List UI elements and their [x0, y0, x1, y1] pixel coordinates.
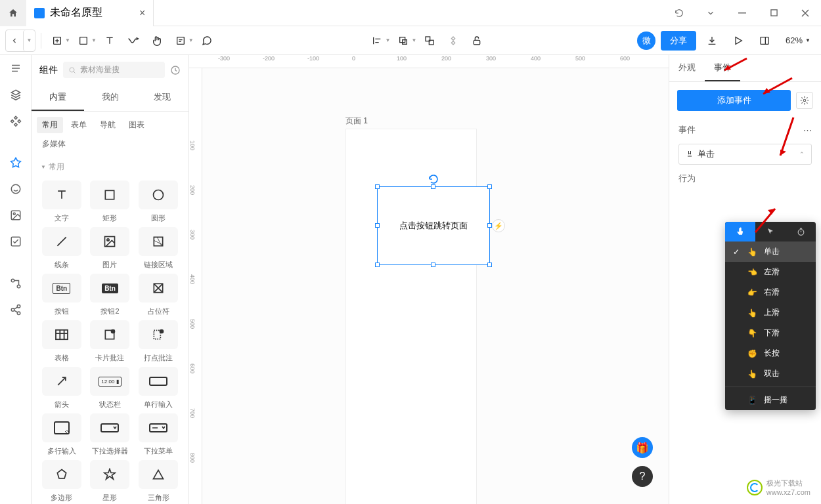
resize-handle[interactable]: [487, 262, 492, 267]
layers-icon[interactable]: [8, 87, 24, 102]
resize-handle[interactable]: [431, 262, 435, 267]
comp-select[interactable]: 下拉选择器: [88, 413, 133, 456]
comp-star[interactable]: 星形: [88, 460, 133, 503]
search-input[interactable]: 素材海量搜: [63, 62, 165, 78]
comp-text[interactable]: 文字: [39, 180, 84, 223]
close-icon[interactable]: ×: [139, 7, 145, 19]
help-button[interactable]: ?: [632, 466, 653, 487]
micro-badge[interactable]: 微: [637, 32, 655, 50]
popup-item-swipe-left[interactable]: 👈左滑: [725, 262, 816, 282]
panel-title: 组件: [39, 64, 58, 76]
svg-rect-22: [106, 190, 114, 199]
comp-input[interactable]: 单行输入: [136, 367, 181, 410]
play-icon[interactable]: [728, 30, 749, 51]
share-button[interactable]: 分享: [661, 31, 696, 51]
comp-button[interactable]: Btn按钮: [39, 274, 84, 316]
component-tool[interactable]: [443, 30, 464, 51]
resize-handle[interactable]: [487, 223, 492, 228]
popup-item-click[interactable]: ✓👆单击: [725, 242, 816, 262]
gift-button[interactable]: 🎁: [632, 437, 653, 458]
history-icon[interactable]: [170, 65, 181, 75]
comp-dropdown[interactable]: 下拉菜单: [136, 413, 181, 456]
image-icon[interactable]: [8, 207, 24, 223]
subtab-nav[interactable]: 导航: [95, 117, 121, 133]
popup-item-long-press[interactable]: ✊长按: [725, 343, 816, 364]
subtab-common[interactable]: 常用: [37, 117, 63, 133]
comp-image[interactable]: 图片: [88, 227, 133, 270]
share-icon[interactable]: [8, 302, 24, 318]
tab-mine[interactable]: 我的: [84, 85, 137, 111]
zoom-level[interactable]: 62%▼: [780, 35, 816, 45]
download-icon[interactable]: [701, 30, 722, 51]
popup-item-swipe-down[interactable]: 👇下滑: [725, 323, 816, 343]
rotate-handle[interactable]: [428, 174, 439, 184]
home-button[interactable]: [0, 0, 26, 26]
group-tool[interactable]: [419, 30, 440, 51]
chevron-down-icon[interactable]: [695, 0, 726, 26]
minimize-icon[interactable]: [726, 0, 758, 26]
artboard[interactable]: [345, 129, 477, 504]
subtab-chart[interactable]: 图表: [123, 117, 150, 133]
comp-point-note[interactable]: 打点批注: [136, 320, 181, 363]
popup-tab-touch[interactable]: [725, 222, 755, 242]
tab-appearance[interactable]: 外观: [669, 55, 705, 81]
resize-handle[interactable]: [431, 184, 435, 189]
comp-statusbar[interactable]: 12:00 ▮状态栏: [88, 367, 133, 410]
panel-toggle-icon[interactable]: [754, 30, 775, 51]
document-tab[interactable]: 未命名原型 ×: [26, 0, 154, 26]
comp-textarea[interactable]: 多行输入: [39, 413, 84, 456]
tab-discover[interactable]: 发现: [136, 85, 189, 111]
resize-handle[interactable]: [487, 184, 492, 189]
flow-icon[interactable]: [8, 276, 24, 291]
popup-tab-timer[interactable]: [786, 222, 816, 242]
resize-handle[interactable]: [375, 262, 380, 267]
components-icon[interactable]: [8, 155, 24, 171]
group-label[interactable]: ▼常用: [32, 158, 189, 177]
svg-point-20: [70, 68, 74, 72]
subtab-media[interactable]: 多媒体: [37, 136, 71, 152]
comp-line[interactable]: 线条: [39, 227, 84, 270]
popup-tab-cursor[interactable]: [755, 222, 786, 242]
window-close-icon[interactable]: [789, 0, 821, 26]
path-tool[interactable]: [123, 30, 144, 51]
assets-icon[interactable]: [8, 113, 24, 129]
back-dropdown[interactable]: ▼: [23, 30, 35, 51]
hand-tool[interactable]: [146, 30, 167, 51]
popup-item-swipe-right[interactable]: 👉右滑: [725, 282, 816, 303]
comp-card-note[interactable]: 卡片批注: [88, 320, 133, 363]
page-label[interactable]: 页面 1: [345, 116, 368, 127]
comment-tool[interactable]: [196, 30, 217, 51]
event-type-dropdown[interactable]: 单击 ⌃: [678, 144, 812, 165]
gear-icon[interactable]: [796, 92, 813, 109]
back-button[interactable]: [6, 30, 23, 51]
template-icon[interactable]: [8, 234, 24, 249]
comp-triangle[interactable]: 三角形: [136, 460, 181, 503]
subtab-form[interactable]: 表单: [66, 117, 92, 133]
refresh-icon[interactable]: [663, 0, 695, 26]
add-event-button[interactable]: 添加事件: [677, 90, 791, 111]
comp-placeholder[interactable]: 占位符: [136, 274, 181, 316]
outline-icon[interactable]: [8, 60, 24, 76]
emoji-icon[interactable]: [8, 181, 24, 197]
maximize-icon[interactable]: [758, 0, 789, 26]
popup-item-swipe-up[interactable]: 👆上滑: [725, 303, 816, 323]
popup-item-shake[interactable]: 📱摇一摇: [725, 390, 816, 410]
canvas[interactable]: 页面 1 点击按钮跳转页面 ⚡ 🎁 ?: [202, 68, 669, 504]
comp-hotspot[interactable]: 链接区域: [136, 227, 181, 270]
more-icon[interactable]: ⋯: [803, 125, 812, 135]
comp-button2[interactable]: Btn按钮2: [88, 274, 133, 316]
text-tool[interactable]: [99, 30, 120, 51]
comp-polygon[interactable]: 多边形: [39, 460, 84, 503]
tab-builtin[interactable]: 内置: [32, 85, 84, 111]
popup-item-double-click[interactable]: 👆双击: [725, 364, 816, 384]
selected-element[interactable]: 点击按钮跳转页面 ⚡: [377, 186, 490, 265]
comp-arrow[interactable]: 箭头: [39, 367, 84, 410]
resize-handle[interactable]: [375, 223, 380, 228]
comp-table[interactable]: 表格: [39, 320, 84, 363]
link-node[interactable]: ⚡: [492, 219, 505, 232]
lock-tool[interactable]: [466, 30, 487, 51]
comp-circle[interactable]: 圆形: [136, 180, 181, 223]
resize-handle[interactable]: [375, 184, 380, 189]
comp-rect[interactable]: 矩形: [88, 180, 133, 223]
tab-events[interactable]: 事件: [705, 55, 740, 81]
